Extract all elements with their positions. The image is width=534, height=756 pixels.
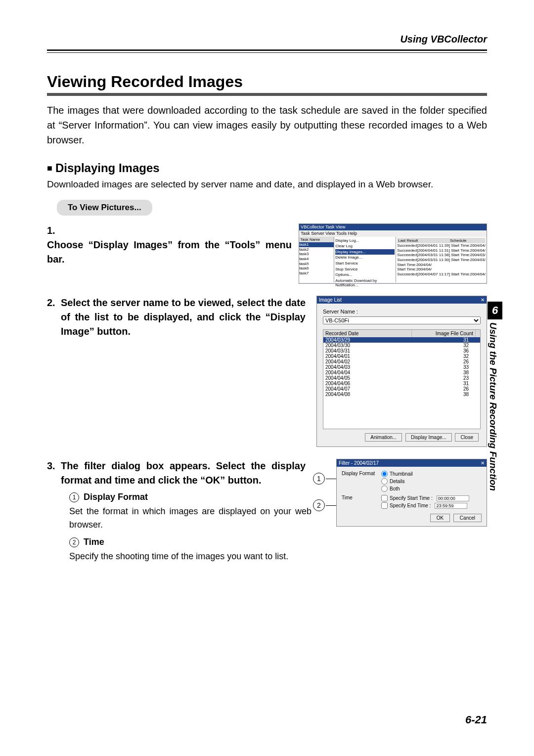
callout-marker-1: 1 [313, 473, 325, 485]
header-rule [47, 49, 487, 51]
task-row[interactable]: task4 [299, 257, 334, 262]
list-row[interactable]: 2004/03/2931 [323, 337, 480, 343]
menu-item[interactable]: Options... [335, 272, 395, 278]
close-button[interactable]: Close [455, 433, 479, 442]
imagelist-dialog: Image List✕ Server Name : VB-C50Fi Recor… [316, 296, 487, 447]
window-titlebar: VBCollector Task View [299, 224, 487, 230]
step-text: Select the server name to be viewed, sel… [61, 296, 306, 339]
intro-paragraph: The images that were downloaded accordin… [47, 103, 487, 147]
result-row: Start Time:2004/04/ [397, 267, 486, 272]
end-time-field[interactable]: 23:59:59 [435, 503, 467, 509]
menu-item[interactable]: Clear Log [335, 243, 395, 249]
list-row[interactable]: 2004/04/0523 [323, 375, 480, 381]
time-label: Time [342, 495, 381, 500]
animation-button[interactable]: Animation... [365, 433, 402, 442]
result-row: Succeeded[2004/04/01 11:31] Start Time:2… [397, 248, 486, 253]
cancel-button[interactable]: Cancel [453, 514, 482, 522]
list-row[interactable]: 2004/04/0838 [323, 392, 480, 397]
step-number: 2. [47, 296, 61, 310]
close-icon[interactable]: ✕ [481, 297, 485, 303]
menu-item[interactable]: Automatic Download by Notification... [335, 278, 395, 288]
result-row: Succeeded[2004/03/31 11:38] Start Time:2… [397, 253, 486, 258]
sub-time: 2 Time Specify the shooting time of the … [69, 535, 312, 563]
list-row[interactable]: 2004/04/0726 [323, 386, 480, 392]
step-number: 1. [47, 223, 61, 238]
ok-button[interactable]: OK [430, 514, 450, 522]
list-row[interactable]: 2004/04/0226 [323, 359, 480, 364]
task-row[interactable]: task7 [299, 271, 334, 276]
list-row[interactable]: 2004/04/0132 [323, 354, 480, 359]
task-row[interactable]: task3 [299, 252, 334, 257]
callout-marker-2: 2 [313, 499, 325, 511]
result-row: Succeeded[2004/04/07 11:17] Start Time:2… [397, 272, 486, 277]
col-header-lastresult: Last Result [397, 238, 449, 244]
chapter-number: 6 [488, 302, 502, 319]
col-header-date: Recorded Date [323, 330, 412, 337]
menu-item[interactable]: Stop Service [335, 267, 395, 272]
server-name-label: Server Name : [323, 309, 481, 314]
task-row[interactable]: task6 [299, 266, 334, 271]
server-name-select[interactable]: VB-C50Fi [323, 316, 481, 324]
filter-dialog: Filter - 2004/02/17✕ Display Format Thum… [336, 459, 487, 527]
tools-menu-popup: Display Log...Clear LogDisplay Images...… [334, 237, 396, 282]
col-header-taskname: Task Name [299, 237, 334, 243]
list-row[interactable]: 2004/04/0333 [323, 364, 480, 370]
display-format-label: Display Format [342, 471, 381, 476]
radio-both[interactable]: Both [381, 486, 482, 492]
title-underline [47, 93, 487, 96]
list-row[interactable]: 2004/04/0631 [323, 381, 480, 386]
list-row[interactable]: 2004/04/0438 [323, 370, 480, 375]
step-number: 3. [47, 459, 61, 473]
list-row[interactable]: 2004/03/3136 [323, 348, 480, 354]
list-row[interactable]: 2004/03/3032 [323, 343, 480, 348]
chapter-tab: 6 Using the Picture Recording Function [488, 302, 502, 550]
check-start-time[interactable]: Specify Start Time :00:00:00 [381, 495, 482, 501]
radio-details[interactable]: Details [381, 478, 482, 485]
result-row: Succeeded[2004/04/01 11:39] Start Time:2… [397, 243, 486, 248]
step-2: 2.Select the server name to be viewed, s… [47, 296, 487, 447]
step-3: 3.The filter dialog box appears. Select … [47, 459, 487, 563]
task-row[interactable]: task5 [299, 262, 334, 267]
header-right: Using VBCollector [400, 34, 487, 45]
col-header-schedule: Schedule [449, 238, 486, 244]
display-image-button[interactable]: Display Image... [405, 433, 452, 442]
result-row: Start Time:2004/04/ [397, 263, 486, 267]
page-number: 6-21 [465, 713, 487, 726]
menu-item[interactable]: Display Log... [335, 238, 395, 244]
menu-item[interactable]: Delete Image... [335, 255, 395, 261]
window-menubar[interactable]: Task Server View Tools Help [299, 230, 487, 237]
step-text: The filter dialog box appears. Select th… [61, 459, 306, 488]
sub-display-format: 1 Display Format Set the format in which… [69, 490, 312, 532]
section-body: Downloaded images are selected by server… [47, 179, 487, 190]
chapter-title: Using the Picture Recording Function [488, 322, 498, 550]
check-end-time[interactable]: Specify End Time :23:59:59 [381, 502, 482, 509]
callout-1-icon: 1 [69, 492, 79, 502]
close-icon[interactable]: ✕ [481, 460, 485, 466]
dialog-title: Filter - 2004/02/17 [339, 460, 379, 466]
callout-2-icon: 2 [69, 537, 79, 547]
task-row[interactable]: task1 [299, 242, 334, 247]
result-row: Succeeded[2004/03/31 11:30] Start Time:2… [397, 258, 486, 263]
procedure-label: To View Pictures... [57, 200, 152, 216]
col-header-count: Image File Count [412, 330, 476, 337]
taskview-window: VBCollector Task View Task Server View T… [299, 223, 487, 284]
start-time-field[interactable]: 00:00:00 [437, 495, 469, 501]
step-1: 1.Choose “Display Images” from the “Tool… [47, 223, 487, 284]
page-title: Viewing Recorded Images [47, 73, 487, 91]
menu-item[interactable]: Display Images... [335, 249, 395, 255]
task-row[interactable]: task2 [299, 247, 334, 252]
menu-item[interactable]: Start Service [335, 261, 395, 267]
step-text: Choose “Display Images” from the “Tools”… [47, 238, 292, 267]
header-rule-thin [47, 52, 487, 53]
section-heading: ■Displaying Images [47, 161, 487, 175]
dialog-title: Image List [319, 297, 342, 303]
radio-thumbnail[interactable]: Thumbnail [381, 471, 482, 477]
